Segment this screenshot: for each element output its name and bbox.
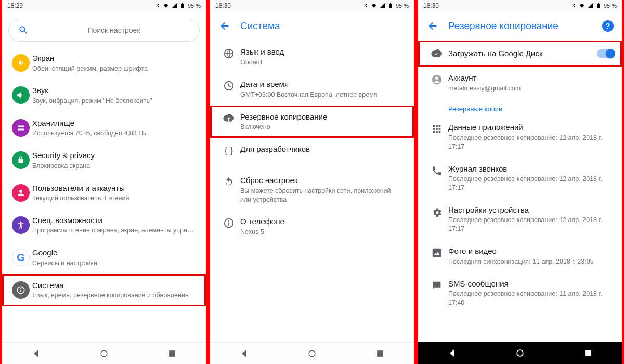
item-about[interactable]: О телефонеNexus 5 (210, 210, 414, 242)
item-sub: Вы можете сбросить настройки сети, прило… (240, 187, 404, 204)
apps-icon (431, 123, 443, 135)
help-icon: ? (606, 22, 610, 30)
item-sound[interactable]: ЗвукЗвук, вибрация, режим "Не беспокоить… (2, 79, 206, 111)
item-storage[interactable]: ХранилищеИспользуется 70 %, свободно 4,8… (2, 112, 206, 144)
item-display[interactable]: ЭкранОбои, спящий режим, размер шрифта (2, 47, 206, 79)
back-button[interactable] (214, 16, 235, 36)
item-call-log[interactable]: Журнал звонковПоследнее резервное копиро… (418, 158, 622, 199)
svg-point-8 (228, 221, 229, 222)
item-sms[interactable]: SMS-сообщенияПоследнее резервное копиров… (418, 272, 622, 314)
item-title: Дата и время (240, 79, 404, 89)
wifi-icon (371, 3, 377, 9)
item-title: Сброс настроек (240, 175, 404, 186)
phone-backup: 18:30 95 % Резервное копирование ? Загру… (416, 0, 624, 364)
nav-home-icon[interactable] (307, 348, 317, 359)
item-title: Аккаунт (448, 73, 612, 83)
item-users[interactable]: Пользователи и аккаунтыТекущий пользоват… (2, 177, 206, 209)
item-sub: Блокировка экрана (32, 162, 196, 171)
phone-settings-main: 18:29 95 % Поиск настроек ЭкранОбои, спя… (0, 0, 208, 364)
battery-percent: 95 % (396, 3, 409, 9)
account-icon (431, 74, 443, 85)
header-title: Резервное копирование (448, 20, 558, 32)
item-sub: Обои, спящий режим, размер шрифта (32, 64, 196, 73)
item-device-settings[interactable]: Настройки устройстваПоследнее резервное … (418, 199, 622, 240)
item-developer[interactable]: { } Для разработчиков (210, 138, 414, 169)
svg-rect-22 (439, 131, 441, 133)
item-sub: Последнее резервное копирование: 12 апр.… (448, 134, 612, 151)
battery-icon (595, 3, 602, 9)
item-sub: Язык, время, резервное копирование и обн… (32, 291, 196, 300)
search-input[interactable]: Поиск настроек (8, 19, 200, 42)
svg-rect-25 (585, 350, 591, 356)
restore-icon (223, 176, 235, 188)
wifi-icon (163, 3, 169, 9)
status-icons: 95 % (570, 3, 617, 9)
item-datetime[interactable]: Дата и времяGMT+03:00 Восточная Европа, … (210, 73, 414, 105)
item-photos[interactable]: Фото и видеоПоследняя синхронизация: 11 … (418, 240, 622, 272)
status-icons: 95 % (362, 3, 409, 9)
battery-icon (179, 3, 186, 9)
nav-recent-icon[interactable] (583, 348, 593, 358)
svg-rect-16 (439, 125, 441, 127)
signal-icon (379, 3, 385, 9)
item-account[interactable]: Аккаунтmetalmessiy@gmail.com (418, 67, 622, 99)
item-language[interactable]: Язык и вводGboard (210, 41, 414, 73)
svg-rect-18 (436, 128, 438, 131)
item-app-data[interactable]: Данные приложенийПоследнее резервное коп… (418, 116, 622, 157)
help-button[interactable]: ? (602, 20, 614, 32)
nav-bar (418, 342, 622, 364)
item-title: Данные приложений (448, 122, 612, 133)
item-title: Спец. возможности (32, 215, 196, 226)
svg-rect-2 (20, 290, 21, 292)
storage-icon (16, 123, 25, 133)
item-accessibility[interactable]: Спец. возможностиПрограммы чтения с экра… (2, 209, 206, 241)
svg-rect-17 (433, 128, 435, 131)
item-system[interactable]: СистемаЯзык, время, резервное копировани… (2, 274, 206, 306)
header: Система (210, 11, 414, 41)
nav-home-icon[interactable] (99, 348, 109, 359)
svg-rect-23 (433, 249, 441, 257)
nav-recent-icon[interactable] (167, 348, 177, 359)
svg-rect-19 (439, 128, 441, 131)
item-title: Пользователи и аккаунты (32, 183, 196, 193)
settings-list: ЭкранОбои, спящий режим, размер шрифта З… (2, 47, 206, 342)
item-sub: Текущий пользователь: Евгений (32, 194, 196, 203)
nav-recent-icon[interactable] (375, 348, 385, 359)
svg-rect-15 (436, 125, 438, 127)
backup-list: Загружать на Google Диск Аккаунтmetalmes… (418, 41, 622, 342)
back-button[interactable] (422, 16, 443, 36)
item-sub: Включено (240, 123, 404, 132)
nav-bar (2, 342, 206, 364)
item-title: Звук (32, 85, 196, 96)
status-bar: 18:30 95 % (418, 0, 622, 11)
signal-icon (171, 3, 177, 9)
braces-icon: { } (224, 145, 233, 156)
user-icon (16, 188, 25, 198)
item-reset[interactable]: Сброс настроекВы можете сбросить настрой… (210, 169, 414, 210)
nav-home-icon[interactable] (515, 348, 525, 358)
info-icon (16, 285, 25, 295)
item-sub: GMT+03:00 Восточная Европа, летнее время (240, 90, 404, 99)
drive-toggle-row[interactable]: Загружать на Google Диск (418, 41, 622, 67)
search-placeholder: Поиск настроек (38, 26, 190, 34)
item-title: Журнал звонков (448, 164, 612, 174)
item-google[interactable]: G GoogleСервисы и настройки (2, 241, 206, 274)
nav-back-icon[interactable] (447, 348, 457, 358)
item-title: Экран (32, 53, 196, 63)
item-sub: Gboard (240, 58, 404, 67)
item-backup[interactable]: Резервное копированиеВключено (210, 106, 414, 138)
nav-back-icon[interactable] (31, 348, 41, 359)
system-list: Язык и вводGboard Дата и времяGMT+03:00 … (210, 41, 414, 342)
svg-point-1 (20, 288, 21, 289)
battery-percent: 95 % (188, 3, 201, 9)
cloud-upload-icon (223, 113, 235, 124)
item-security[interactable]: Security & privacyБлокировка экрана (2, 144, 206, 176)
item-sub: Сервисы и настройки (32, 259, 196, 268)
accessibility-icon (16, 220, 25, 230)
item-sub: metalmessiy@gmail.com (448, 84, 612, 93)
nav-back-icon[interactable] (239, 348, 249, 359)
bluetooth-icon (154, 3, 161, 9)
drive-toggle[interactable] (597, 49, 615, 58)
search-icon (18, 25, 29, 35)
arrow-back-icon (219, 20, 230, 32)
